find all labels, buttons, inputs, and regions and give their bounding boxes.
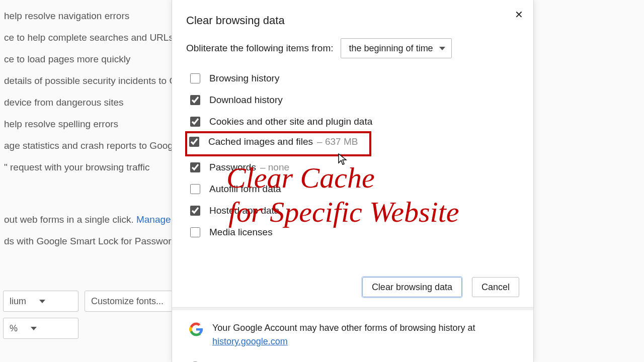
font-size-select[interactable]: lium [3,291,78,312]
zoom-select[interactable]: % [3,318,78,339]
dialog-title: Clear browsing data [172,0,533,38]
browsing-history-option[interactable]: Browsing history [190,67,519,89]
passwords-option[interactable]: Passwords – none [190,156,519,178]
clear-browsing-data-button[interactable]: Clear browsing data [362,277,462,297]
download-history-checkbox[interactable] [190,95,200,105]
hosted-app-option[interactable]: Hosted app data [190,200,519,221]
cached-images-checkbox[interactable] [189,137,199,147]
media-licenses-checkbox[interactable] [190,227,200,237]
google-logo-icon [189,322,203,336]
data-type-options: Browsing history Download history Cookie… [172,67,533,243]
obliterate-label: Obliterate the following items from: [186,43,334,54]
clear-browsing-data-dialog: ✕ Clear browsing data Obliterate the fol… [172,0,534,362]
download-history-option[interactable]: Download history [190,89,519,111]
customize-fonts-button[interactable]: Customize fonts... [85,291,173,312]
chevron-down-icon [31,327,37,330]
time-range-select[interactable]: the beginning of time [341,38,452,58]
cookies-option[interactable]: Cookies and other site and plugin data [190,111,519,132]
sync-note: i This clears synced data from all devic… [172,348,533,362]
cached-images-option[interactable]: Cached images and files – 637 MB [189,136,365,147]
browsing-history-checkbox[interactable] [190,73,200,83]
close-icon[interactable]: ✕ [515,9,523,21]
passwords-checkbox[interactable] [190,162,200,172]
highlight-box: Cached images and files – 637 MB [185,131,371,156]
chevron-down-icon [39,300,45,303]
media-licenses-option[interactable]: Media licenses [190,221,519,243]
cookies-checkbox[interactable] [190,117,200,127]
google-account-note: Your Google Account may have other forms… [172,310,533,348]
chevron-down-icon [439,47,445,50]
hosted-app-checkbox[interactable] [190,206,200,216]
autofill-option[interactable]: Autofill form data [190,178,519,200]
cancel-button[interactable]: Cancel [472,277,519,297]
autofill-checkbox[interactable] [190,184,200,194]
history-google-link[interactable]: history.google.com [212,336,288,346]
